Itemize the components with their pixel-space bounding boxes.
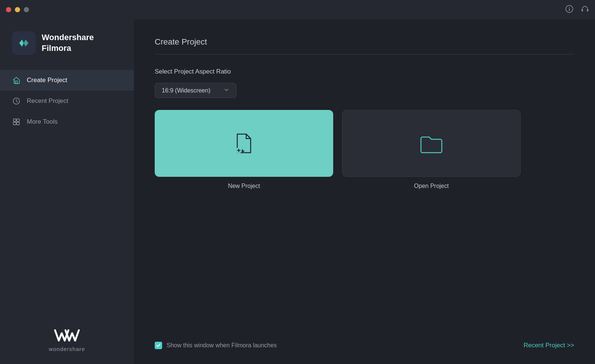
fullscreen-button[interactable] <box>24 7 29 12</box>
minimize-button[interactable] <box>15 7 20 12</box>
aspect-ratio-value: 16:9 (Widescreen) <box>162 87 210 94</box>
home-icon <box>12 76 21 85</box>
show-window-checkbox[interactable] <box>155 342 162 349</box>
open-project-card[interactable]: Open Project <box>342 110 521 189</box>
new-project-card[interactable]: New Project <box>155 110 333 189</box>
sidebar: Wondershare Filmora Create Project <box>0 19 134 364</box>
traffic-lights <box>6 7 29 12</box>
show-window-label: Show this window when Filmora launches <box>167 342 277 349</box>
new-project-visual <box>155 110 333 177</box>
open-project-label: Open Project <box>414 183 448 189</box>
sidebar-nav: Create Project Recent Project <box>0 70 134 132</box>
recent-project-link[interactable]: Recent Project >> <box>524 342 574 349</box>
content-area: Create Project Select Project Aspect Rat… <box>134 19 595 364</box>
new-project-label: New Project <box>228 183 260 189</box>
sidebar-item-create-project[interactable]: Create Project <box>0 70 134 91</box>
grid-icon <box>12 117 21 126</box>
sidebar-logo: Wondershare Filmora <box>0 19 134 70</box>
sidebar-footer: wondershare <box>0 315 134 364</box>
title-divider <box>155 54 574 55</box>
sidebar-item-recent-project[interactable]: Recent Project <box>0 91 134 111</box>
app-name: Wondershare Filmora <box>42 32 122 53</box>
page-title: Create Project <box>155 37 574 47</box>
svg-rect-13 <box>13 122 16 125</box>
show-window-checkbox-row: Show this window when Filmora launches <box>155 342 277 349</box>
svg-rect-9 <box>15 81 17 83</box>
new-document-icon <box>234 132 254 155</box>
wondershare-logo: wondershare <box>49 327 85 352</box>
sidebar-item-create-project-label: Create Project <box>27 77 67 84</box>
folder-icon <box>419 133 443 153</box>
clock-icon <box>12 97 21 105</box>
svg-rect-11 <box>13 119 16 121</box>
info-icon[interactable] <box>565 5 573 15</box>
ws-brand-name: wondershare <box>49 346 85 352</box>
svg-rect-12 <box>17 119 19 121</box>
ws-logo-mark <box>54 327 80 344</box>
aspect-ratio-label: Select Project Aspect Ratio <box>155 68 574 75</box>
headset-icon[interactable] <box>581 5 589 15</box>
close-button[interactable] <box>6 7 11 12</box>
chevron-down-icon <box>223 87 229 94</box>
svg-rect-4 <box>587 9 589 12</box>
content-spacer <box>155 204 574 336</box>
svg-rect-2 <box>569 9 570 11</box>
project-cards: New Project Open Project <box>155 110 574 189</box>
aspect-ratio-dropdown[interactable]: 16:9 (Widescreen) <box>155 83 237 98</box>
sidebar-item-more-tools[interactable]: More Tools <box>0 111 134 132</box>
title-bar <box>0 0 595 19</box>
title-bar-actions <box>565 5 589 15</box>
sidebar-item-more-tools-label: More Tools <box>27 118 58 126</box>
svg-rect-14 <box>17 122 19 125</box>
main-layout: Wondershare Filmora Create Project <box>0 19 595 364</box>
svg-rect-3 <box>582 9 583 12</box>
app-logo-icon <box>12 31 36 55</box>
svg-point-1 <box>569 7 570 8</box>
open-project-visual <box>342 110 521 177</box>
sidebar-item-recent-project-label: Recent Project <box>27 97 68 105</box>
content-footer: Show this window when Filmora launches R… <box>155 336 574 349</box>
